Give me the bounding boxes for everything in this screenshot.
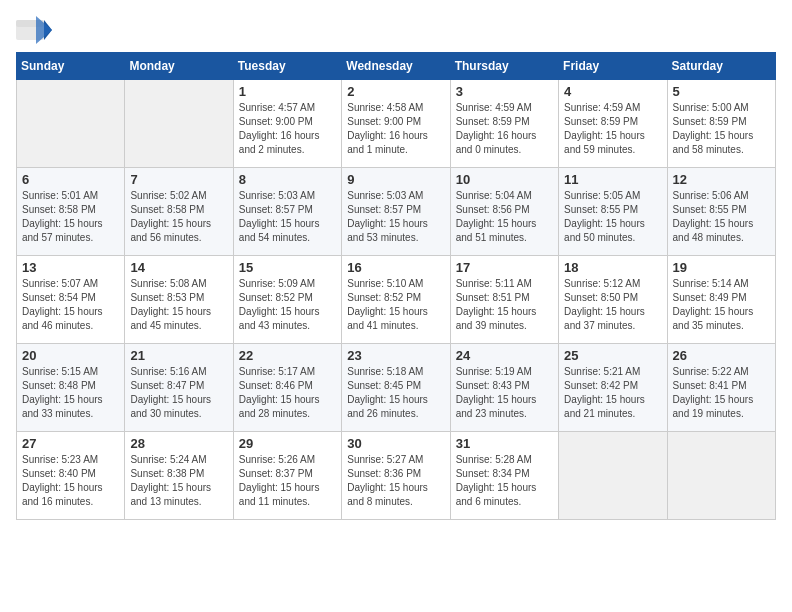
calendar-cell xyxy=(125,80,233,168)
calendar-cell: 3Sunrise: 4:59 AM Sunset: 8:59 PM Daylig… xyxy=(450,80,558,168)
calendar-body: 1Sunrise: 4:57 AM Sunset: 9:00 PM Daylig… xyxy=(17,80,776,520)
day-number: 18 xyxy=(564,260,661,275)
calendar-cell xyxy=(667,432,775,520)
calendar-week-4: 20Sunrise: 5:15 AM Sunset: 8:48 PM Dayli… xyxy=(17,344,776,432)
weekday-header-friday: Friday xyxy=(559,53,667,80)
calendar-week-1: 1Sunrise: 4:57 AM Sunset: 9:00 PM Daylig… xyxy=(17,80,776,168)
calendar-cell: 17Sunrise: 5:11 AM Sunset: 8:51 PM Dayli… xyxy=(450,256,558,344)
day-info: Sunrise: 5:27 AM Sunset: 8:36 PM Dayligh… xyxy=(347,453,444,509)
day-info: Sunrise: 4:59 AM Sunset: 8:59 PM Dayligh… xyxy=(564,101,661,157)
calendar-cell: 12Sunrise: 5:06 AM Sunset: 8:55 PM Dayli… xyxy=(667,168,775,256)
calendar-cell: 25Sunrise: 5:21 AM Sunset: 8:42 PM Dayli… xyxy=(559,344,667,432)
calendar-cell: 13Sunrise: 5:07 AM Sunset: 8:54 PM Dayli… xyxy=(17,256,125,344)
weekday-header-thursday: Thursday xyxy=(450,53,558,80)
day-info: Sunrise: 5:16 AM Sunset: 8:47 PM Dayligh… xyxy=(130,365,227,421)
calendar-cell: 26Sunrise: 5:22 AM Sunset: 8:41 PM Dayli… xyxy=(667,344,775,432)
day-number: 7 xyxy=(130,172,227,187)
calendar-cell: 24Sunrise: 5:19 AM Sunset: 8:43 PM Dayli… xyxy=(450,344,558,432)
calendar-cell: 4Sunrise: 4:59 AM Sunset: 8:59 PM Daylig… xyxy=(559,80,667,168)
day-info: Sunrise: 5:24 AM Sunset: 8:38 PM Dayligh… xyxy=(130,453,227,509)
calendar-cell: 21Sunrise: 5:16 AM Sunset: 8:47 PM Dayli… xyxy=(125,344,233,432)
day-number: 1 xyxy=(239,84,336,99)
day-number: 4 xyxy=(564,84,661,99)
day-number: 19 xyxy=(673,260,770,275)
calendar-cell: 7Sunrise: 5:02 AM Sunset: 8:58 PM Daylig… xyxy=(125,168,233,256)
day-number: 16 xyxy=(347,260,444,275)
calendar-cell: 1Sunrise: 4:57 AM Sunset: 9:00 PM Daylig… xyxy=(233,80,341,168)
calendar-cell xyxy=(17,80,125,168)
day-info: Sunrise: 4:59 AM Sunset: 8:59 PM Dayligh… xyxy=(456,101,553,157)
calendar-cell: 15Sunrise: 5:09 AM Sunset: 8:52 PM Dayli… xyxy=(233,256,341,344)
calendar-cell: 23Sunrise: 5:18 AM Sunset: 8:45 PM Dayli… xyxy=(342,344,450,432)
day-info: Sunrise: 5:12 AM Sunset: 8:50 PM Dayligh… xyxy=(564,277,661,333)
day-info: Sunrise: 5:04 AM Sunset: 8:56 PM Dayligh… xyxy=(456,189,553,245)
day-number: 27 xyxy=(22,436,119,451)
day-info: Sunrise: 5:18 AM Sunset: 8:45 PM Dayligh… xyxy=(347,365,444,421)
day-number: 9 xyxy=(347,172,444,187)
weekday-header-wednesday: Wednesday xyxy=(342,53,450,80)
day-info: Sunrise: 5:21 AM Sunset: 8:42 PM Dayligh… xyxy=(564,365,661,421)
calendar-cell: 18Sunrise: 5:12 AM Sunset: 8:50 PM Dayli… xyxy=(559,256,667,344)
day-number: 13 xyxy=(22,260,119,275)
weekday-header-sunday: Sunday xyxy=(17,53,125,80)
calendar-cell xyxy=(559,432,667,520)
calendar-cell: 28Sunrise: 5:24 AM Sunset: 8:38 PM Dayli… xyxy=(125,432,233,520)
calendar-week-3: 13Sunrise: 5:07 AM Sunset: 8:54 PM Dayli… xyxy=(17,256,776,344)
calendar-cell: 10Sunrise: 5:04 AM Sunset: 8:56 PM Dayli… xyxy=(450,168,558,256)
day-info: Sunrise: 5:00 AM Sunset: 8:59 PM Dayligh… xyxy=(673,101,770,157)
day-info: Sunrise: 5:08 AM Sunset: 8:53 PM Dayligh… xyxy=(130,277,227,333)
day-number: 22 xyxy=(239,348,336,363)
day-number: 23 xyxy=(347,348,444,363)
calendar-week-5: 27Sunrise: 5:23 AM Sunset: 8:40 PM Dayli… xyxy=(17,432,776,520)
calendar-cell: 2Sunrise: 4:58 AM Sunset: 9:00 PM Daylig… xyxy=(342,80,450,168)
day-number: 6 xyxy=(22,172,119,187)
day-info: Sunrise: 5:14 AM Sunset: 8:49 PM Dayligh… xyxy=(673,277,770,333)
day-info: Sunrise: 5:11 AM Sunset: 8:51 PM Dayligh… xyxy=(456,277,553,333)
day-info: Sunrise: 5:23 AM Sunset: 8:40 PM Dayligh… xyxy=(22,453,119,509)
calendar-cell: 19Sunrise: 5:14 AM Sunset: 8:49 PM Dayli… xyxy=(667,256,775,344)
day-info: Sunrise: 5:19 AM Sunset: 8:43 PM Dayligh… xyxy=(456,365,553,421)
calendar-cell: 14Sunrise: 5:08 AM Sunset: 8:53 PM Dayli… xyxy=(125,256,233,344)
calendar-cell: 11Sunrise: 5:05 AM Sunset: 8:55 PM Dayli… xyxy=(559,168,667,256)
day-number: 24 xyxy=(456,348,553,363)
day-number: 11 xyxy=(564,172,661,187)
weekday-header-saturday: Saturday xyxy=(667,53,775,80)
calendar-cell: 5Sunrise: 5:00 AM Sunset: 8:59 PM Daylig… xyxy=(667,80,775,168)
calendar-cell: 16Sunrise: 5:10 AM Sunset: 8:52 PM Dayli… xyxy=(342,256,450,344)
calendar-cell: 20Sunrise: 5:15 AM Sunset: 8:48 PM Dayli… xyxy=(17,344,125,432)
day-number: 5 xyxy=(673,84,770,99)
day-number: 14 xyxy=(130,260,227,275)
day-number: 3 xyxy=(456,84,553,99)
page-header xyxy=(16,16,776,44)
calendar-cell: 8Sunrise: 5:03 AM Sunset: 8:57 PM Daylig… xyxy=(233,168,341,256)
calendar-cell: 27Sunrise: 5:23 AM Sunset: 8:40 PM Dayli… xyxy=(17,432,125,520)
day-number: 30 xyxy=(347,436,444,451)
day-number: 29 xyxy=(239,436,336,451)
weekday-header-monday: Monday xyxy=(125,53,233,80)
logo-icon xyxy=(16,16,52,44)
day-info: Sunrise: 5:01 AM Sunset: 8:58 PM Dayligh… xyxy=(22,189,119,245)
day-number: 20 xyxy=(22,348,119,363)
day-number: 17 xyxy=(456,260,553,275)
day-number: 26 xyxy=(673,348,770,363)
weekday-header-row: SundayMondayTuesdayWednesdayThursdayFrid… xyxy=(17,53,776,80)
day-info: Sunrise: 5:03 AM Sunset: 8:57 PM Dayligh… xyxy=(239,189,336,245)
day-number: 10 xyxy=(456,172,553,187)
day-number: 31 xyxy=(456,436,553,451)
day-number: 12 xyxy=(673,172,770,187)
calendar-cell: 9Sunrise: 5:03 AM Sunset: 8:57 PM Daylig… xyxy=(342,168,450,256)
day-number: 28 xyxy=(130,436,227,451)
day-info: Sunrise: 4:58 AM Sunset: 9:00 PM Dayligh… xyxy=(347,101,444,157)
calendar-cell: 22Sunrise: 5:17 AM Sunset: 8:46 PM Dayli… xyxy=(233,344,341,432)
day-number: 21 xyxy=(130,348,227,363)
day-info: Sunrise: 5:26 AM Sunset: 8:37 PM Dayligh… xyxy=(239,453,336,509)
day-info: Sunrise: 5:02 AM Sunset: 8:58 PM Dayligh… xyxy=(130,189,227,245)
day-number: 8 xyxy=(239,172,336,187)
day-info: Sunrise: 5:09 AM Sunset: 8:52 PM Dayligh… xyxy=(239,277,336,333)
day-info: Sunrise: 5:17 AM Sunset: 8:46 PM Dayligh… xyxy=(239,365,336,421)
calendar-table: SundayMondayTuesdayWednesdayThursdayFrid… xyxy=(16,52,776,520)
calendar-cell: 6Sunrise: 5:01 AM Sunset: 8:58 PM Daylig… xyxy=(17,168,125,256)
calendar-cell: 29Sunrise: 5:26 AM Sunset: 8:37 PM Dayli… xyxy=(233,432,341,520)
day-info: Sunrise: 5:22 AM Sunset: 8:41 PM Dayligh… xyxy=(673,365,770,421)
day-info: Sunrise: 5:03 AM Sunset: 8:57 PM Dayligh… xyxy=(347,189,444,245)
